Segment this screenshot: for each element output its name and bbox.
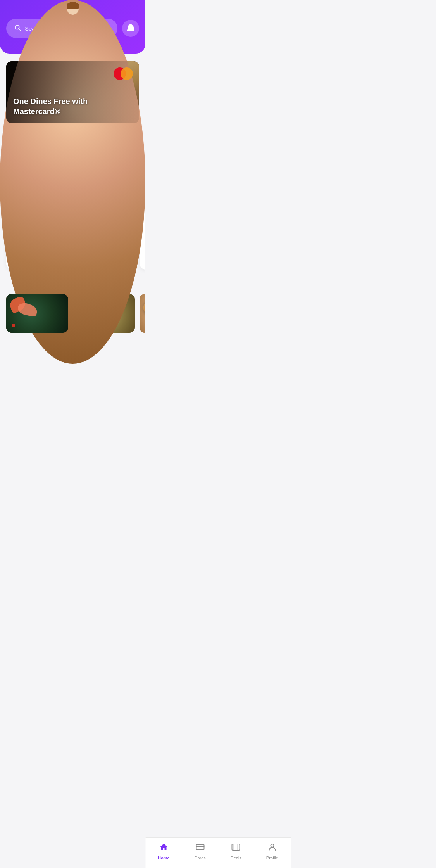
mastercard-logo — [114, 67, 133, 80]
deal-card-pastry[interactable] — [140, 294, 145, 333]
mc-yellow-circle — [121, 67, 133, 80]
bell-icon — [126, 23, 135, 34]
search-icon — [14, 24, 21, 33]
banner-title: One Dines Free with Mastercard® — [13, 96, 132, 116]
svg-line-1 — [19, 29, 20, 30]
promo-banner-section: One Dines Free with Mastercard® — [0, 54, 145, 123]
deal-card-seafood[interactable] — [6, 294, 68, 333]
venue-card-pet[interactable]: Pet Lovers 0.5 km — [140, 196, 145, 270]
banner-text: One Dines Free with Mastercard® — [13, 96, 132, 116]
promo-banner-card[interactable]: One Dines Free with Mastercard® — [6, 61, 139, 123]
near-you-scroll[interactable]: Soi 47 Thai Food 0.1 km SPC SPC - Toa Pa… — [0, 196, 145, 276]
notification-bell-button[interactable] — [122, 20, 139, 37]
